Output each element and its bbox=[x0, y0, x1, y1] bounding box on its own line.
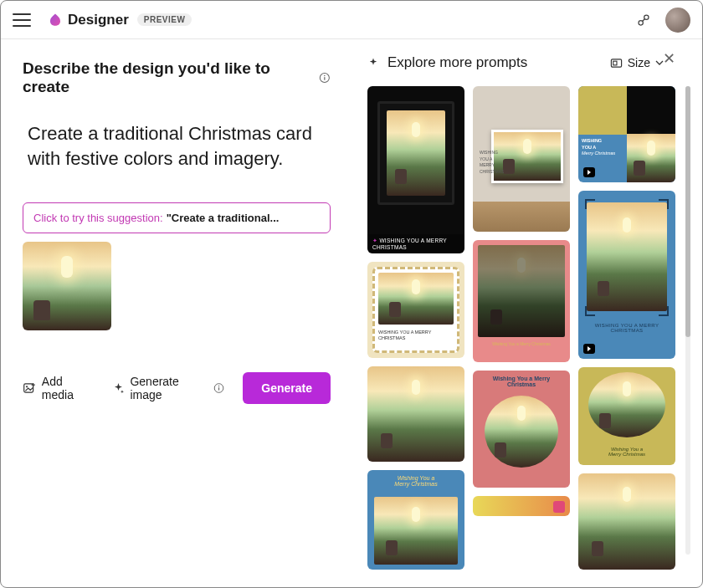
close-icon[interactable]: ✕ bbox=[663, 49, 675, 68]
info-icon[interactable] bbox=[319, 72, 331, 84]
prompt-panel: Describe the design you'd like to create… bbox=[1, 39, 352, 587]
video-badge-icon bbox=[583, 167, 595, 177]
info-icon[interactable] bbox=[213, 382, 224, 394]
svg-point-8 bbox=[218, 386, 219, 386]
template-card[interactable] bbox=[367, 366, 464, 463]
generate-button[interactable]: Generate bbox=[243, 372, 331, 404]
share-icon[interactable] bbox=[635, 12, 652, 28]
template-card[interactable]: WISHING YOU A MERRY CHRISTMAS bbox=[367, 262, 464, 358]
app-logo[interactable]: Designer bbox=[48, 12, 129, 28]
template-card[interactable]: WISHING YOU A Merry Christmas bbox=[578, 86, 675, 182]
template-card[interactable]: Wishing You a Merry Christmas bbox=[367, 470, 464, 570]
sparkle-icon bbox=[367, 57, 379, 69]
template-gallery: ✦ WISHING YOU A MERRY CHRISTMAS WISHING … bbox=[367, 86, 680, 570]
template-card[interactable]: Wishing You a Merry Christmas bbox=[473, 240, 570, 362]
gallery-scrollbar[interactable] bbox=[685, 86, 690, 555]
generate-image-button[interactable]: Generate image bbox=[112, 375, 224, 401]
app-header: Designer PREVIEW bbox=[1, 1, 702, 39]
image-plus-icon bbox=[23, 381, 37, 396]
sparkle-icon bbox=[112, 381, 125, 395]
suggestion-label: Click to try this suggestion: bbox=[33, 212, 163, 224]
svg-rect-11 bbox=[613, 61, 617, 65]
size-selector[interactable]: Size bbox=[610, 56, 664, 69]
svg-rect-9 bbox=[218, 387, 219, 390]
svg-rect-4 bbox=[325, 77, 326, 80]
template-card[interactable]: Wishing You a Merry Christmas bbox=[578, 367, 675, 465]
results-panel: ✕ Explore more prompts Size bbox=[352, 39, 702, 587]
user-avatar[interactable] bbox=[665, 8, 690, 33]
preview-badge: PREVIEW bbox=[137, 13, 192, 26]
template-card[interactable] bbox=[473, 496, 570, 516]
add-media-button[interactable]: Add media bbox=[23, 375, 94, 401]
aspect-ratio-icon bbox=[610, 57, 623, 69]
explore-title: Explore more prompts bbox=[387, 54, 527, 71]
prompt-thumbnail[interactable] bbox=[23, 242, 111, 330]
suggestion-preview: "Create a traditional... bbox=[167, 212, 280, 224]
template-card[interactable]: ✦ WISHING YOU A MERRY CHRISTMAS bbox=[367, 86, 464, 253]
video-badge-icon bbox=[583, 344, 595, 354]
designer-logo-icon bbox=[48, 13, 63, 28]
app-name: Designer bbox=[68, 12, 129, 28]
template-card[interactable]: WISHING YOU A MERRY CHRISTMAS bbox=[473, 86, 570, 232]
describe-title: Describe the design you'd like to create bbox=[23, 59, 314, 96]
svg-point-3 bbox=[324, 75, 326, 77]
template-card[interactable]: Wishing You a Merry Christmas bbox=[473, 371, 570, 488]
suggestion-button[interactable]: Click to try this suggestion: "Create a … bbox=[23, 202, 331, 233]
prompt-text[interactable]: Create a traditional Christmas card with… bbox=[28, 121, 326, 171]
template-card[interactable] bbox=[578, 473, 675, 570]
template-card[interactable]: WISHING YOU A MERRY CHRISTMAS bbox=[578, 191, 675, 359]
menu-icon[interactable] bbox=[13, 13, 31, 27]
svg-point-6 bbox=[26, 386, 28, 387]
